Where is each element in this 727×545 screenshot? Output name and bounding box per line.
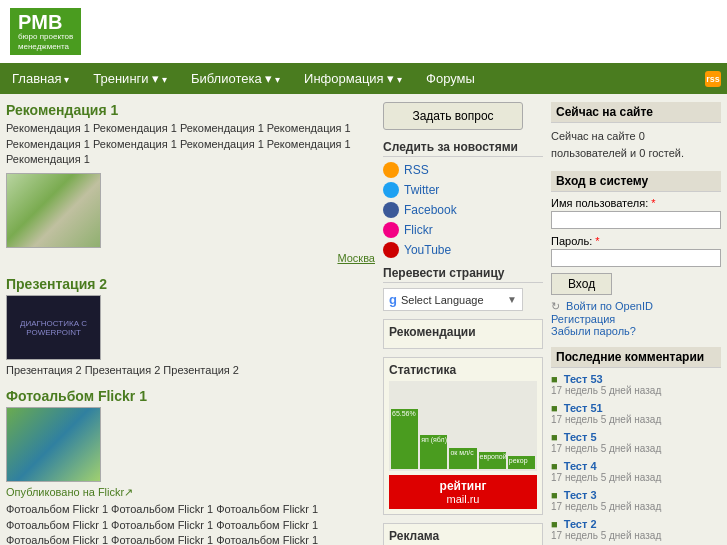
flickr1-image <box>6 407 101 482</box>
facebook-icon <box>383 202 399 218</box>
rec-box-title: Рекомендации <box>389 325 537 339</box>
comment-item: ■ Тест 3 17 недель 5 дней назад <box>551 489 721 512</box>
twitter-icon <box>383 182 399 198</box>
rec1-text: Рекомендация 1 Рекомендация 1 Рекомендац… <box>6 121 375 167</box>
youtube-link[interactable]: YouTube <box>404 243 451 257</box>
ads-title: Реклама <box>389 529 537 543</box>
password-input[interactable] <box>551 249 721 267</box>
facebook-link[interactable]: Facebook <box>404 203 457 217</box>
comment-meta: 17 недель 5 дней назад <box>551 385 721 396</box>
register-link[interactable]: Регистрация <box>551 313 721 325</box>
rec1-title[interactable]: Рекомендация 1 <box>6 102 375 118</box>
three-col-layout: Рекомендация 1 Рекомендация 1 Рекомендац… <box>6 102 543 545</box>
stats-title: Статистика <box>389 363 537 377</box>
login-section: Вход в систему Имя пользователя: * Парол… <box>551 171 721 337</box>
openid-link[interactable]: ↻ Войти по OpenID <box>551 300 721 313</box>
flickr1-title[interactable]: Фотоальбом Flickr 1 <box>6 388 375 404</box>
main-content: Рекомендация 1 Рекомендация 1 Рекомендац… <box>6 102 375 545</box>
comment-link[interactable]: Тест 3 <box>564 489 597 501</box>
comment-link[interactable]: Тест 5 <box>564 431 597 443</box>
username-input[interactable] <box>551 211 721 229</box>
comments-section: Последние комментарии ■ Тест 53 17 недел… <box>551 347 721 545</box>
comment-item: ■ Тест 53 17 недель 5 дней назад <box>551 373 721 396</box>
logo-subtitle: бюро проектов менеджмента <box>18 32 73 51</box>
flickr1-text: Фотоальбом Flickr 1 Фотоальбом Flickr 1 … <box>6 502 375 545</box>
login-button[interactable]: Вход <box>551 273 612 295</box>
news-twitter: Twitter <box>383 182 543 198</box>
pres2-text: Презентация 2 Презентация 2 Презентация … <box>6 364 375 376</box>
ask-question-button[interactable]: Задать вопрос <box>383 102 523 130</box>
pres2-title[interactable]: Презентация 2 <box>6 276 375 292</box>
rec1-map-image <box>7 174 100 247</box>
news-flickr: Flickr <box>383 222 543 238</box>
news-section: Следить за новостями RSS Twitter Faceboo… <box>383 140 543 258</box>
rec-box: Рекомендации <box>383 319 543 349</box>
news-facebook: Facebook <box>383 202 543 218</box>
translate-bar[interactable]: g Select Language ▼ <box>383 288 523 311</box>
news-rss: RSS <box>383 162 543 178</box>
password-label: Пароль: * <box>551 235 721 247</box>
comment-dot: ■ <box>551 460 558 472</box>
translate-dropdown-icon: ▼ <box>507 294 517 305</box>
nav-item-forums[interactable]: Форумы <box>414 63 487 94</box>
navigation: Главная Тренинги ▾ Библиотека ▾ Информац… <box>0 63 727 94</box>
flickr-link[interactable]: Flickr <box>404 223 433 237</box>
comment-dot: ■ <box>551 402 558 414</box>
center-column: Задать вопрос Следить за новостями RSS T… <box>383 102 543 545</box>
nav-item-library[interactable]: Библиотека ▾ <box>179 63 292 94</box>
online-text: Сейчас на сайте 0 пользователей и 0 гост… <box>551 128 721 161</box>
username-label: Имя пользователя: * <box>551 197 721 209</box>
nav-item-trainings[interactable]: Тренинги ▾ <box>81 63 179 94</box>
logo[interactable]: PMB бюро проектов менеджмента <box>10 8 81 55</box>
comment-meta: 17 недель 5 дней назад <box>551 414 721 425</box>
comment-item: ■ Тест 51 17 недель 5 дней назад <box>551 402 721 425</box>
twitter-link[interactable]: Twitter <box>404 183 439 197</box>
comment-dot: ■ <box>551 518 558 530</box>
content-wrapper: Рекомендация 1 Рекомендация 1 Рекомендац… <box>0 94 727 545</box>
forgot-password-link[interactable]: Забыли пароль? <box>551 325 721 337</box>
comment-link[interactable]: Тест 51 <box>564 402 603 414</box>
comment-link[interactable]: Тест 2 <box>564 518 597 530</box>
comment-dot: ■ <box>551 373 558 385</box>
news-youtube: YouTube <box>383 242 543 258</box>
comment-dot: ■ <box>551 489 558 501</box>
rec1-map <box>6 173 101 248</box>
logo-pmb-text: PMB <box>18 12 73 32</box>
comment-item: ■ Тест 5 17 недель 5 дней назад <box>551 431 721 454</box>
translate-language-label: Select Language <box>401 294 503 306</box>
pres2-thumb-text: ДИАГНОСТИКА С POWERPOINT <box>7 315 100 341</box>
pres2-section: Презентация 2 ДИАГНОСТИКА С POWERPOINT П… <box>6 276 375 376</box>
translate-section: Перевести страницу g Select Language ▼ <box>383 266 543 311</box>
comment-meta: 17 недель 5 дней назад <box>551 443 721 454</box>
comment-item: ■ Тест 4 17 недель 5 дней назад <box>551 460 721 483</box>
rss-link[interactable]: RSS <box>404 163 429 177</box>
comment-link[interactable]: Тест 4 <box>564 460 597 472</box>
header: PMB бюро проектов менеджмента <box>0 0 727 63</box>
rss-icon <box>383 162 399 178</box>
flickr1-published-link[interactable]: Опубликовано на Flickr↗ <box>6 486 133 498</box>
rss-nav-icon[interactable]: rss <box>705 71 721 87</box>
mailru-banner[interactable]: рейтинг mail.ru <box>389 475 537 509</box>
comment-meta: 17 недель 5 дней назад <box>551 530 721 541</box>
comment-dot: ■ <box>551 431 558 443</box>
login-title: Вход в систему <box>551 171 721 192</box>
ads-box: Реклама This is the first line of the ad <box>383 523 543 545</box>
nav-item-info[interactable]: Информация ▾ <box>292 63 414 94</box>
rec1-section: Рекомендация 1 Рекомендация 1 Рекомендац… <box>6 102 375 264</box>
comment-item: ■ Тест 2 17 недель 5 дней назад <box>551 518 721 541</box>
youtube-icon <box>383 242 399 258</box>
online-title: Сейчас на сайте <box>551 102 721 123</box>
stats-chart: 65.56% яп (ябл) ок мл/с европой рекор <box>389 381 537 471</box>
comment-link[interactable]: Тест 53 <box>564 373 603 385</box>
online-section: Сейчас на сайте Сейчас на сайте 0 пользо… <box>551 102 721 161</box>
news-section-title: Следить за новостями <box>383 140 543 157</box>
openid-icon: ↻ <box>551 300 560 312</box>
stats-box: Статистика 65.56% яп (ябл) ок мл/с <box>383 357 543 515</box>
rec1-location[interactable]: Москва <box>6 252 375 264</box>
comment-meta: 17 недель 5 дней назад <box>551 501 721 512</box>
comments-title: Последние комментарии <box>551 347 721 368</box>
flickr-icon <box>383 222 399 238</box>
nav-item-home[interactable]: Главная <box>0 63 81 94</box>
comment-meta: 17 недель 5 дней назад <box>551 472 721 483</box>
login-links: ↻ Войти по OpenID Регистрация Забыли пар… <box>551 300 721 337</box>
